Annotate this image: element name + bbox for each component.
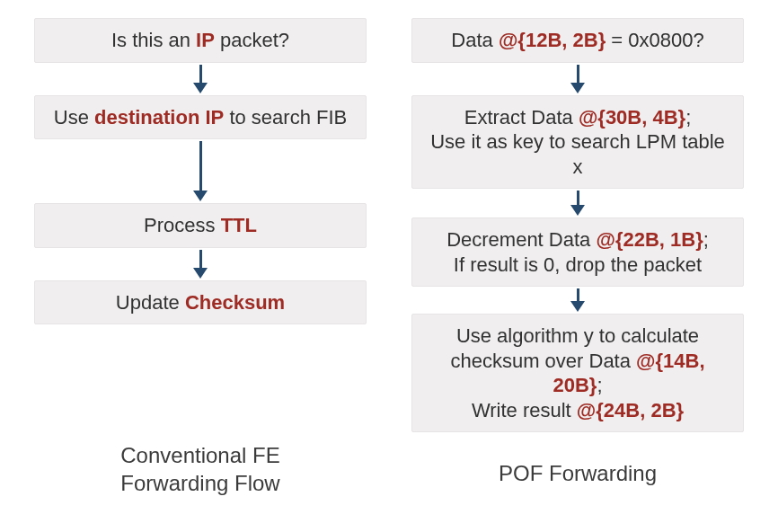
diagram-columns: Is this an IP packet? Use destination IP…: [27, 18, 751, 497]
arrow-down-icon: [193, 250, 208, 279]
right-step-4: Use algorithm y to calculate checksum ov…: [411, 314, 744, 432]
text: Update: [116, 291, 185, 314]
right-step-1: Data @{12B, 2B} = 0x0800?: [411, 18, 744, 63]
highlight: @{24B, 2B}: [577, 399, 684, 421]
highlight: TTL: [221, 214, 257, 236]
right-column: Data @{12B, 2B} = 0x0800? Extract Data @…: [411, 18, 744, 497]
left-step-1: Is this an IP packet?: [34, 18, 367, 63]
arrow-down-icon: [193, 141, 208, 201]
highlight: IP: [196, 29, 215, 51]
left-step-4: Update Checksum: [34, 280, 367, 325]
right-label: POF Forwarding: [499, 459, 657, 487]
highlight: @{12B, 2B}: [499, 29, 606, 51]
arrow-down-icon: [570, 191, 585, 216]
text: to search FIB: [224, 106, 347, 129]
text: Data: [451, 29, 499, 51]
text: Use: [54, 106, 94, 129]
text: packet?: [215, 29, 289, 51]
highlight: Checksum: [185, 291, 285, 314]
right-step-2: Extract Data @{30B, 4B};Use it as key to…: [411, 95, 744, 190]
arrow-down-icon: [570, 288, 585, 312]
left-step-3: Process TTL: [34, 203, 367, 248]
text: Extract Data: [464, 106, 579, 129]
arrow-down-icon: [193, 65, 208, 93]
highlight: destination IP: [94, 106, 224, 129]
text: Process: [144, 214, 221, 236]
text: = 0x0800?: [606, 29, 703, 51]
right-step-3: Decrement Data @{22B, 1B};If result is 0…: [411, 217, 744, 287]
left-step-2: Use destination IP to search FIB: [34, 95, 367, 140]
highlight: @{22B, 1B}: [596, 228, 703, 251]
highlight: @{30B, 4B}: [579, 106, 685, 129]
text: Decrement Data: [446, 228, 596, 251]
text: Is this an: [111, 29, 196, 51]
arrow-down-icon: [570, 65, 585, 93]
left-column: Is this an IP packet? Use destination IP…: [34, 18, 367, 497]
left-label: Conventional FEForwarding Flow: [120, 441, 279, 497]
